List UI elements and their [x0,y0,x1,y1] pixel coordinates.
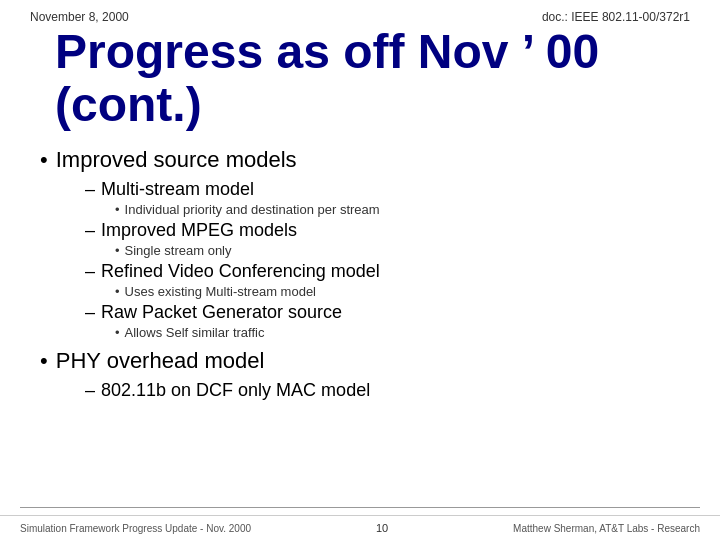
dash-3: – [85,261,95,282]
sub-sub-item-3: • Uses existing Multi-stream model [115,284,690,299]
bp-text-3: Uses existing Multi-stream model [125,284,316,299]
sub-dash-3: – Refined Video Conferencing model [85,261,690,282]
sub-dash-4-text: Raw Packet Generator source [101,302,342,323]
dash-4: – [85,302,95,323]
dash-1: – [85,179,95,200]
footer-divider [20,507,700,508]
header-bar: November 8, 2000 doc.: IEEE 802.11-00/37… [0,0,720,24]
bullet-point-4: • Allows Self similar traffic [115,325,690,340]
bullet-1-text: Improved source models [56,147,297,173]
sub-dash-1-text: Multi-stream model [101,179,254,200]
footer-left: Simulation Framework Progress Update - N… [20,523,251,534]
sub-dash-2-text: Improved MPEG models [101,220,297,241]
slide-title: Progress as off Nov ’ 00 (cont.) [0,24,720,142]
bullet-1: • Improved source models [40,147,690,173]
sub-sub-item-1: • Individual priority and destination pe… [115,202,690,217]
footer-right: Matthew Sherman, AT&T Labs - Research [513,523,700,534]
sub-sub-item-2: • Single stream only [115,243,690,258]
footer: Simulation Framework Progress Update - N… [0,515,720,540]
bullet-point-2: • Single stream only [115,243,690,258]
sub-dash-3-text: Refined Video Conferencing model [101,261,380,282]
bullet-2-text: PHY overhead model [56,348,265,374]
sub-item-3: – Refined Video Conferencing model • Use… [85,261,690,299]
bullet-2: • PHY overhead model [40,348,690,374]
bullet-2-dot: • [40,348,48,374]
content-area: • Improved source models – Multi-stream … [0,142,720,409]
dash-2: – [85,220,95,241]
bp-dot-4: • [115,325,120,340]
footer-center: 10 [376,522,388,534]
bp-text-2: Single stream only [125,243,232,258]
sub-dash-5: – 802.11b on DCF only MAC model [85,380,690,401]
bp-dot-3: • [115,284,120,299]
sub-dash-5-text: 802.11b on DCF only MAC model [101,380,370,401]
sub-item-2: – Improved MPEG models • Single stream o… [85,220,690,258]
dash-5: – [85,380,95,401]
bp-dot-1: • [115,202,120,217]
sub-dash-2: – Improved MPEG models [85,220,690,241]
bullet-1-dot: • [40,147,48,173]
slide: November 8, 2000 doc.: IEEE 802.11-00/37… [0,0,720,540]
bp-text-1: Individual priority and destination per … [125,202,380,217]
sub-item-4: – Raw Packet Generator source • Allows S… [85,302,690,340]
bp-text-4: Allows Self similar traffic [125,325,265,340]
sub-item-5: – 802.11b on DCF only MAC model [85,380,690,401]
header-doc: doc.: IEEE 802.11-00/372r1 [542,10,690,24]
bullet-point-3: • Uses existing Multi-stream model [115,284,690,299]
sub-dash-1: – Multi-stream model [85,179,690,200]
sub-item-1: – Multi-stream model • Individual priori… [85,179,690,217]
sub-sub-item-4: • Allows Self similar traffic [115,325,690,340]
sub-dash-4: – Raw Packet Generator source [85,302,690,323]
bullet-point-1: • Individual priority and destination pe… [115,202,690,217]
bp-dot-2: • [115,243,120,258]
header-date: November 8, 2000 [30,10,129,24]
